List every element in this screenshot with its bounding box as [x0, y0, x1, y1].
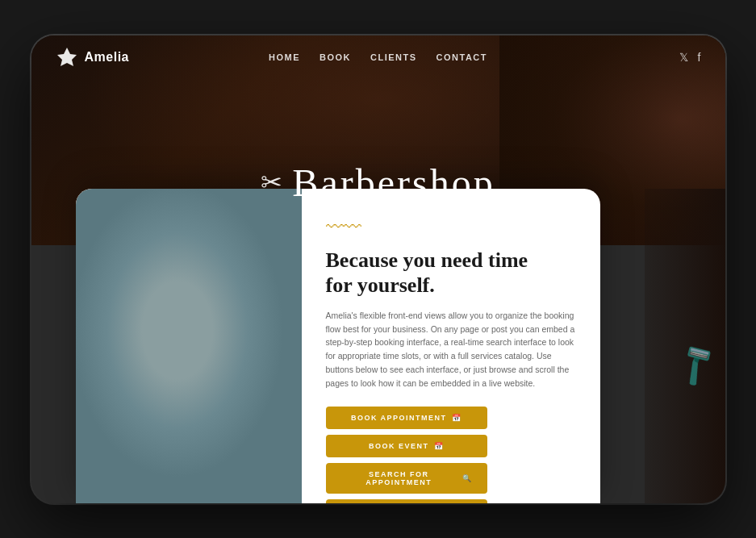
svg-marker-0	[57, 48, 77, 66]
search-appointment-button[interactable]: SEARCH FOR APPOINTMENT 🔍	[326, 463, 487, 494]
device-frame: Amelia HOME BOOK CLIENTS CONTACT 𝕏 f ✂ B…	[31, 35, 725, 503]
twitter-icon[interactable]: 𝕏	[679, 51, 688, 64]
nav-links: HOME BOOK CLIENTS CONTACT	[269, 52, 487, 62]
view-catalog-button[interactable]: VIEW CATALOG 📋	[326, 499, 487, 503]
card-description: Amelia's flexible front-end views allow …	[326, 309, 576, 390]
search-appointment-label: SEARCH FOR APPOINTMENT	[340, 470, 458, 486]
book-appointment-button[interactable]: BOOK APPOINTMENT 📅	[326, 407, 487, 429]
navbar: Amelia HOME BOOK CLIENTS CONTACT 𝕏 f	[31, 35, 725, 80]
search-icon: 🔍	[462, 474, 473, 482]
logo-text: Amelia	[85, 50, 129, 65]
logo-icon	[56, 46, 78, 69]
card-photo	[76, 189, 302, 503]
face-mask-image	[76, 189, 302, 503]
card-content: 〰〰 Because you need time for yourself. A…	[302, 189, 600, 503]
barber-tool-icon: 🪒	[670, 336, 724, 390]
nav-clients[interactable]: CLIENTS	[370, 52, 417, 62]
book-event-label: BOOK EVENT	[369, 442, 429, 450]
card-heading: Because you need time for yourself.	[326, 248, 576, 298]
facebook-icon[interactable]: f	[698, 51, 701, 64]
book-event-icon: 📅	[434, 442, 445, 450]
logo-area: Amelia	[56, 46, 269, 69]
social-icons: 𝕏 f	[487, 51, 700, 64]
card-overlay: 〰〰 Because you need time for yourself. A…	[76, 189, 600, 503]
cta-buttons: BOOK APPOINTMENT 📅 BOOK EVENT 📅 SEARCH F…	[326, 407, 576, 503]
nav-home[interactable]: HOME	[269, 52, 300, 62]
barbershop-hero: ✂ Barbershop	[261, 161, 495, 205]
card-ornament: 〰〰	[326, 217, 576, 238]
barbershop-title: ✂ Barbershop	[261, 161, 495, 205]
barbershop-title-text: Barbershop	[292, 161, 495, 205]
nav-contact[interactable]: CONTACT	[436, 52, 487, 62]
book-event-button[interactable]: BOOK EVENT 📅	[326, 435, 487, 457]
scissors-icon: ✂	[261, 167, 282, 198]
book-appointment-label: BOOK APPOINTMENT	[351, 414, 447, 422]
book-appointment-icon: 📅	[452, 414, 462, 422]
nav-book[interactable]: BOOK	[320, 52, 351, 62]
